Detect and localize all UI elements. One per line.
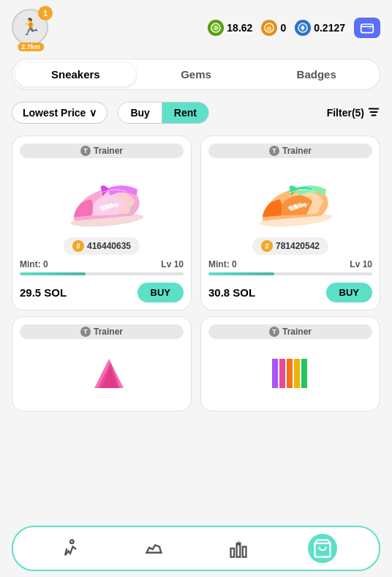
trainer-icon-4: T <box>269 327 279 337</box>
card-stats-1: Mint: 0 Lv 10 <box>20 259 184 269</box>
card-number-1: 416440635 <box>87 241 131 251</box>
blue-coin-stat: 0.2127 <box>295 20 345 36</box>
trainer-icon-2: T <box>269 146 279 156</box>
svg-text:✦: ✦ <box>128 204 135 212</box>
sneaker-image-1: ✦ <box>55 163 148 237</box>
hash-icon-1: # <box>72 240 84 252</box>
price-1: 29.5 SOL <box>20 286 67 299</box>
buy-rent-toggle: Buy Rent <box>118 102 209 124</box>
card-id-1: # 416440635 <box>64 237 140 255</box>
sneaker-card-4: T Trainer <box>200 316 380 412</box>
sneaker-card-3: T Trainer <box>12 316 192 412</box>
tab-badges[interactable]: Badges <box>256 62 377 86</box>
sneaker-card-2: T Trainer <box>200 135 380 310</box>
card-type-1: T Trainer <box>20 144 184 158</box>
sort-label: Lowest Price <box>23 107 86 119</box>
bottom-nav <box>12 526 380 571</box>
trainer-icon-3: T <box>80 327 91 337</box>
gold-coin-value: 0 <box>280 22 286 34</box>
svg-rect-16 <box>272 359 278 388</box>
gold-coin-stat: G 0 <box>261 20 286 36</box>
green-coin-value: 18.62 <box>227 22 252 34</box>
wallet-button[interactable] <box>354 18 380 38</box>
cards-grid: T Trainer <box>0 130 392 316</box>
card-stats-2: Mint: 0 Lv 10 <box>208 259 372 269</box>
svg-rect-19 <box>294 359 300 388</box>
sneaker-card-1: T Trainer <box>12 135 192 310</box>
partial-image-4 <box>261 343 320 403</box>
svg-point-21 <box>70 540 74 543</box>
chevron-down-icon: ∨ <box>89 107 97 119</box>
card-footer-2: 30.8 SOL BUY <box>208 283 372 302</box>
card-id-2: # 781420542 <box>252 237 328 255</box>
filter-label: Filter(5) <box>327 107 364 119</box>
buy-button-1[interactable]: BUY <box>137 283 184 302</box>
blue-coin-value: 0.2127 <box>314 22 345 34</box>
card-type-3: T Trainer <box>20 324 184 339</box>
card-type-4: T Trainer <box>208 324 372 339</box>
trainer-icon-1: T <box>80 146 91 156</box>
buy-button-2[interactable]: BUY <box>326 283 372 302</box>
filter-icon <box>367 105 380 121</box>
svg-rect-4 <box>361 24 374 33</box>
partial-image-3 <box>72 343 131 403</box>
progress-fill-1 <box>20 272 86 275</box>
rent-toggle-button[interactable]: Rent <box>162 103 208 123</box>
card-number-2: 781420542 <box>276 241 320 251</box>
nav-leaderboard[interactable] <box>224 534 253 563</box>
sneaker-image-2 <box>244 163 336 237</box>
level-label-2: Lv 10 <box>350 259 372 269</box>
trainer-label-3: Trainer <box>94 327 123 337</box>
level-label-1: Lv 10 <box>161 259 184 269</box>
hash-icon-2: # <box>261 240 273 252</box>
filter-bar: Lowest Price ∨ Buy Rent Filter(5) <box>0 96 392 130</box>
buy-toggle-button[interactable]: Buy <box>118 103 162 123</box>
svg-rect-18 <box>287 359 293 388</box>
mint-label-2: Mint: 0 <box>208 259 237 269</box>
sort-button[interactable]: Lowest Price ∨ <box>12 102 108 124</box>
tab-sneakers[interactable]: Sneakers <box>15 62 136 86</box>
trainer-label-2: Trainer <box>282 146 312 156</box>
nav-run[interactable] <box>56 534 85 563</box>
green-coin-stat: 18.62 <box>208 20 252 36</box>
progress-bar-2 <box>208 272 372 275</box>
notification-badge: 1 <box>38 6 53 21</box>
distance-label: 2.7km <box>18 42 44 51</box>
svg-rect-20 <box>301 359 307 388</box>
mint-label-1: Mint: 0 <box>20 259 48 269</box>
svg-rect-17 <box>279 359 285 388</box>
price-2: 30.8 SOL <box>208 286 255 299</box>
nav-marketplace[interactable] <box>308 534 337 563</box>
blue-coin-icon <box>295 20 311 36</box>
trainer-label-4: Trainer <box>282 327 312 337</box>
filter-button[interactable]: Filter(5) <box>327 105 380 121</box>
avatar-container[interactable]: 🏃 1 2.7km <box>12 9 50 47</box>
tab-gems[interactable]: Gems <box>136 62 257 86</box>
green-coin-icon <box>208 20 224 36</box>
nav-sneaker[interactable] <box>140 534 169 563</box>
partial-cards-row: T Trainer T Trainer <box>0 316 392 412</box>
header: 🏃 1 2.7km 18.62 G 0 0.2127 <box>0 0 392 53</box>
svg-text:G: G <box>267 26 271 32</box>
card-type-2: T Trainer <box>208 144 372 158</box>
progress-bar-1 <box>20 272 184 275</box>
header-stats: 18.62 G 0 0.2127 <box>208 18 380 38</box>
tab-bar: Sneakers Gems Badges <box>12 59 380 90</box>
svg-rect-22 <box>230 548 234 557</box>
progress-fill-2 <box>208 272 274 275</box>
card-footer-1: 29.5 SOL BUY <box>20 283 184 302</box>
trainer-label-1: Trainer <box>94 146 123 156</box>
gold-coin-icon: G <box>261 20 277 36</box>
svg-rect-23 <box>236 544 240 557</box>
svg-rect-24 <box>242 547 246 557</box>
